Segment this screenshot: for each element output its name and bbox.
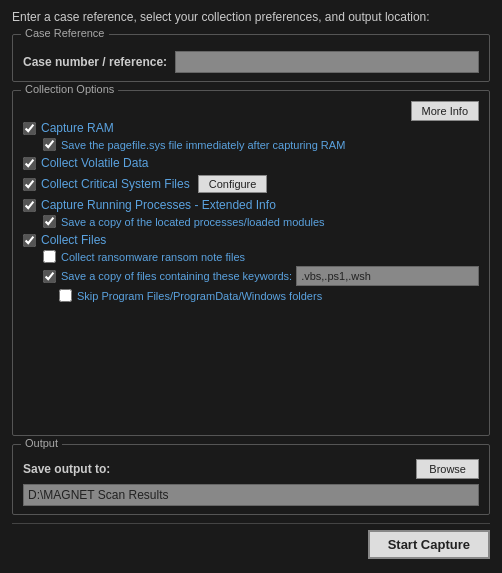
collect-volatile-checkbox[interactable] <box>23 157 36 170</box>
save-pagefile-label: Save the pagefile.sys file immediately a… <box>61 139 345 151</box>
collect-files-label: Collect Files <box>41 233 106 247</box>
output-path-input[interactable] <box>23 484 479 506</box>
header-label: Enter a case reference, select your coll… <box>12 10 490 24</box>
output-label: Save output to: <box>23 462 110 476</box>
output-section: Output Save output to: Browse <box>12 444 490 515</box>
capture-ram-row: Capture RAM <box>23 121 479 135</box>
collection-options-section: Collection Options More Info Capture RAM… <box>12 90 490 436</box>
collect-ransom-row: Collect ransomware ransom note files <box>43 250 479 263</box>
save-pagefile-row: Save the pagefile.sys file immediately a… <box>43 138 479 151</box>
configure-button[interactable]: Configure <box>198 175 268 193</box>
collect-critical-label: Collect Critical System Files <box>41 177 190 191</box>
skip-program-label: Skip Program Files/ProgramData/Windows f… <box>77 290 322 302</box>
save-keywords-checkbox[interactable] <box>43 270 56 283</box>
capture-processes-checkbox[interactable] <box>23 199 36 212</box>
save-processes-label: Save a copy of the located processes/loa… <box>61 216 325 228</box>
save-processes-row: Save a copy of the located processes/loa… <box>43 215 479 228</box>
collection-options-legend: Collection Options <box>21 83 118 95</box>
skip-program-checkbox[interactable] <box>59 289 72 302</box>
browse-button[interactable]: Browse <box>416 459 479 479</box>
collect-critical-checkbox[interactable] <box>23 178 36 191</box>
collect-ransom-label: Collect ransomware ransom note files <box>61 251 245 263</box>
case-number-label: Case number / reference: <box>23 55 167 69</box>
capture-ram-checkbox[interactable] <box>23 122 36 135</box>
collect-volatile-label: Collect Volatile Data <box>41 156 148 170</box>
collect-ransom-checkbox[interactable] <box>43 250 56 263</box>
case-reference-section: Case Reference Case number / reference: <box>12 34 490 82</box>
save-processes-checkbox[interactable] <box>43 215 56 228</box>
more-info-button[interactable]: More Info <box>411 101 479 121</box>
capture-ram-label: Capture RAM <box>41 121 114 135</box>
output-legend: Output <box>21 437 62 449</box>
start-capture-button[interactable]: Start Capture <box>368 530 490 559</box>
save-pagefile-checkbox[interactable] <box>43 138 56 151</box>
capture-processes-label: Capture Running Processes - Extended Inf… <box>41 198 276 212</box>
skip-program-row: Skip Program Files/ProgramData/Windows f… <box>59 289 479 302</box>
collect-files-checkbox[interactable] <box>23 234 36 247</box>
save-keywords-label: Save a copy of files containing these ke… <box>61 270 292 282</box>
capture-processes-row: Capture Running Processes - Extended Inf… <box>23 198 479 212</box>
collect-critical-row: Collect Critical System Files Configure <box>23 175 479 193</box>
collect-files-row: Collect Files <box>23 233 479 247</box>
collect-volatile-row: Collect Volatile Data <box>23 156 479 170</box>
case-reference-legend: Case Reference <box>21 27 109 39</box>
bottom-bar: Start Capture <box>12 523 490 563</box>
case-number-input[interactable] <box>175 51 479 73</box>
save-keywords-row: Save a copy of files containing these ke… <box>43 266 479 286</box>
keywords-input[interactable] <box>296 266 479 286</box>
